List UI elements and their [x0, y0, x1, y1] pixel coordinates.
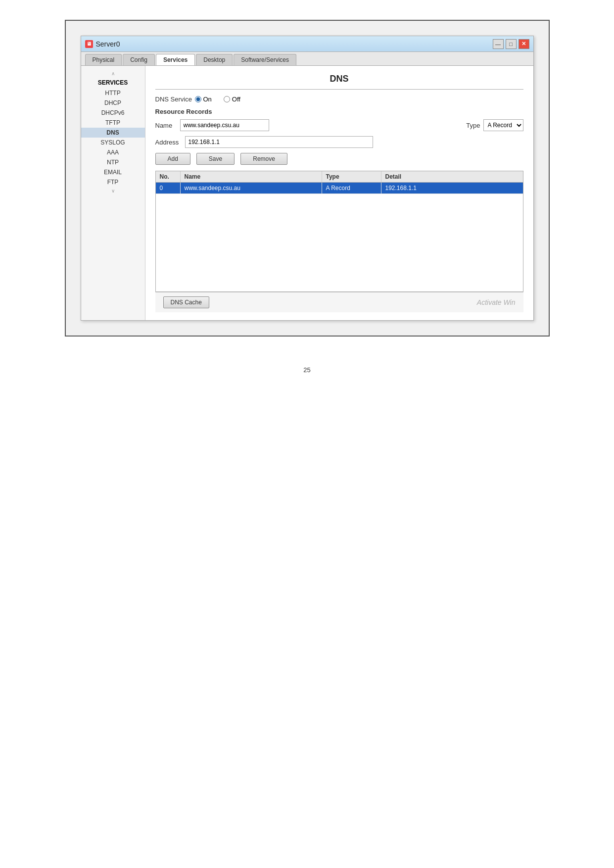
- title-controls: — □ ✕: [493, 39, 529, 49]
- save-button[interactable]: Save: [196, 153, 235, 165]
- window: 🖥 Server0 — □ ✕ Physical Config Services…: [81, 36, 534, 321]
- name-label: Name: [155, 122, 180, 129]
- name-input[interactable]: [180, 119, 269, 131]
- tab-software-services[interactable]: Software/Services: [234, 54, 296, 65]
- sidebar-item-email[interactable]: EMAIL: [81, 167, 145, 177]
- sidebar-item-dns[interactable]: DNS: [81, 128, 145, 138]
- dns-service-label: DNS Service: [155, 96, 195, 103]
- address-input[interactable]: [185, 136, 373, 148]
- address-row: Address: [155, 136, 523, 148]
- dns-panel: DNS DNS Service On Off: [145, 66, 533, 320]
- col-type: Type: [322, 171, 381, 182]
- tab-bar: Physical Config Services Desktop Softwar…: [81, 52, 533, 66]
- col-name: Name: [181, 171, 322, 182]
- type-select[interactable]: A Record CNAME MX NS: [483, 119, 523, 131]
- window-icon: 🖥: [85, 40, 93, 48]
- activate-text: Activate Win: [477, 298, 516, 306]
- separator: [155, 89, 523, 90]
- outer-border: 🖥 Server0 — □ ✕ Physical Config Services…: [65, 20, 550, 337]
- address-label: Address: [155, 139, 185, 146]
- sidebar-item-aaa[interactable]: AAA: [81, 147, 145, 157]
- dns-table: No. Name Type Detail 0 www.sandeep.csu.a…: [155, 171, 523, 292]
- minimize-button[interactable]: —: [493, 39, 504, 49]
- sidebar-item-dhcpv6[interactable]: DHCPv6: [81, 108, 145, 118]
- page-number: 25: [303, 366, 310, 374]
- table-header: No. Name Type Detail: [156, 171, 523, 183]
- col-detail: Detail: [381, 171, 523, 182]
- radio-off-text: Off: [232, 96, 240, 103]
- sidebar-header: SERVICES: [81, 77, 145, 88]
- sidebar-item-ftp[interactable]: FTP: [81, 177, 145, 187]
- cell-type: A Record: [322, 183, 381, 193]
- sidebar-item-tftp[interactable]: TFTP: [81, 118, 145, 128]
- page-container: 🖥 Server0 — □ ✕ Physical Config Services…: [35, 20, 579, 374]
- radio-on-label[interactable]: On: [195, 96, 212, 103]
- maximize-button[interactable]: □: [506, 39, 517, 49]
- remove-button[interactable]: Remove: [240, 153, 287, 165]
- col-no: No.: [156, 171, 181, 182]
- sidebar-item-syslog[interactable]: SYSLOG: [81, 138, 145, 147]
- sidebar-item-dhcp[interactable]: DHCP: [81, 98, 145, 108]
- sidebar: ∧ SERVICES HTTP DHCP DHCPv6 TFTP DNS SYS…: [81, 66, 145, 320]
- button-row: Add Save Remove: [155, 153, 523, 165]
- tab-physical[interactable]: Physical: [85, 54, 122, 65]
- sidebar-item-ntp[interactable]: NTP: [81, 157, 145, 167]
- cell-detail: 192.168.1.1: [381, 183, 523, 193]
- add-button[interactable]: Add: [155, 153, 190, 165]
- table-body: 0 www.sandeep.csu.au A Record 192.168.1.…: [156, 183, 523, 291]
- tab-services[interactable]: Services: [156, 54, 195, 65]
- radio-off-label[interactable]: Off: [224, 96, 240, 103]
- scroll-down-indicator: ∨: [81, 187, 145, 194]
- radio-on[interactable]: [195, 96, 201, 102]
- sidebar-item-http[interactable]: HTTP: [81, 88, 145, 98]
- window-title: Server0: [96, 40, 120, 48]
- dns-service-row: DNS Service On Off: [155, 96, 523, 103]
- radio-off[interactable]: [224, 96, 230, 102]
- title-bar-left: 🖥 Server0: [85, 40, 120, 48]
- type-label: Type: [466, 122, 480, 129]
- bottom-bar: DNS Cache Activate Win: [155, 292, 523, 312]
- tab-config[interactable]: Config: [123, 54, 155, 65]
- resource-records-label: Resource Records: [155, 108, 523, 115]
- dns-cache-button[interactable]: DNS Cache: [163, 296, 209, 308]
- table-row[interactable]: 0 www.sandeep.csu.au A Record 192.168.1.…: [156, 183, 523, 194]
- sidebar-scroll: ∧ SERVICES HTTP DHCP DHCPv6 TFTP DNS SYS…: [81, 70, 145, 194]
- dns-title: DNS: [155, 74, 523, 84]
- title-bar: 🖥 Server0 — □ ✕: [81, 36, 533, 52]
- cell-no: 0: [156, 183, 181, 193]
- radio-group: On Off: [195, 96, 240, 103]
- radio-on-text: On: [203, 96, 212, 103]
- scroll-up-indicator: ∧: [81, 70, 145, 77]
- main-content: ∧ SERVICES HTTP DHCP DHCPv6 TFTP DNS SYS…: [81, 66, 533, 320]
- name-type-row: Name Type A Record CNAME MX NS: [155, 119, 523, 131]
- close-button[interactable]: ✕: [519, 39, 529, 49]
- tab-desktop[interactable]: Desktop: [196, 54, 233, 65]
- cell-name: www.sandeep.csu.au: [181, 183, 322, 193]
